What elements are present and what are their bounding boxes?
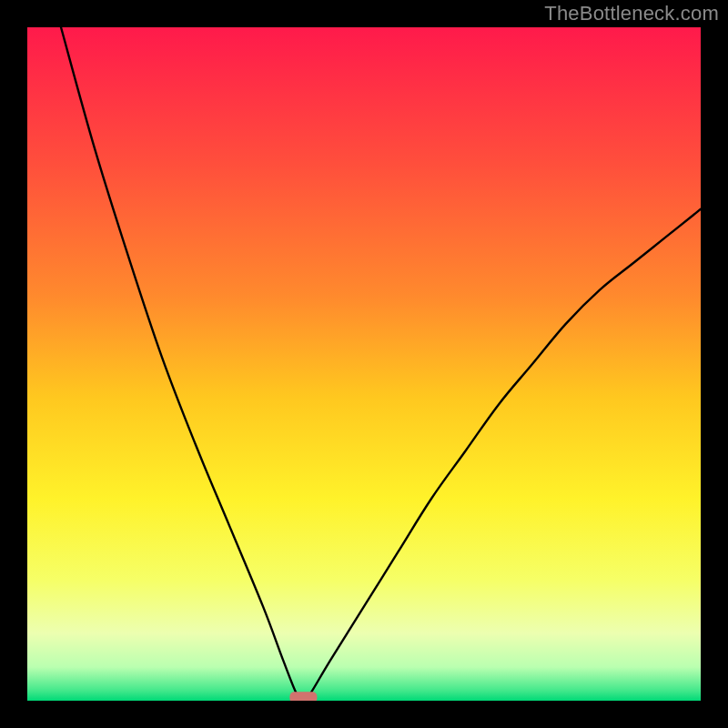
minimum-marker: [289, 692, 317, 701]
plot-svg: [27, 27, 701, 701]
bottleneck-plot: [27, 27, 701, 701]
watermark-text: TheBottleneck.com: [544, 2, 719, 25]
chart-frame: TheBottleneck.com: [0, 0, 728, 728]
gradient-background: [27, 27, 701, 701]
